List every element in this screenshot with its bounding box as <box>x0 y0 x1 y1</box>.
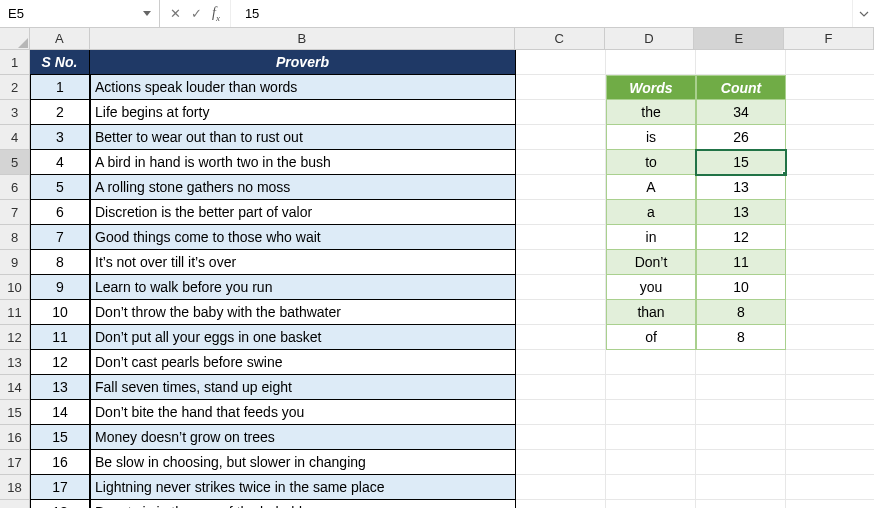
row-header-9[interactable]: 9 <box>0 250 30 275</box>
cell-C16[interactable] <box>516 425 606 450</box>
cell-F7[interactable] <box>786 200 874 225</box>
proverb-cell-5[interactable]: A bird in hand is worth two in the bush <box>90 150 516 175</box>
word-cell-3[interactable]: the <box>606 100 696 125</box>
cell-F9[interactable] <box>786 250 874 275</box>
count-cell-11[interactable]: 8 <box>696 300 786 325</box>
proverb-cell-15[interactable]: Don’t bite the hand that feeds you <box>90 400 516 425</box>
cell-F12[interactable] <box>786 325 874 350</box>
proverb-cell-16[interactable]: Money doesn’t grow on trees <box>90 425 516 450</box>
sno-cell-5[interactable]: 4 <box>30 150 90 175</box>
proverb-cell-14[interactable]: Fall seven times, stand up eight <box>90 375 516 400</box>
row-header-1[interactable]: 1 <box>0 50 30 75</box>
row-header-18[interactable]: 18 <box>0 475 30 500</box>
cells-area[interactable]: S No.Proverb1Actions speak louder than w… <box>30 50 874 508</box>
row-header-11[interactable]: 11 <box>0 300 30 325</box>
row-header-15[interactable]: 15 <box>0 400 30 425</box>
cell-F17[interactable] <box>786 450 874 475</box>
cell-C19[interactable] <box>516 500 606 508</box>
proverb-cell-9[interactable]: It’s not over till it’s over <box>90 250 516 275</box>
cell-F10[interactable] <box>786 275 874 300</box>
cell-C8[interactable] <box>516 225 606 250</box>
sno-cell-16[interactable]: 15 <box>30 425 90 450</box>
count-cell-12[interactable]: 8 <box>696 325 786 350</box>
column-header-B[interactable]: B <box>90 28 515 50</box>
column-header-C[interactable]: C <box>515 28 605 50</box>
word-cell-12[interactable]: of <box>606 325 696 350</box>
cell-E16[interactable] <box>696 425 786 450</box>
row-header-8[interactable]: 8 <box>0 225 30 250</box>
row-header-6[interactable]: 6 <box>0 175 30 200</box>
word-cell-11[interactable]: than <box>606 300 696 325</box>
cell-F15[interactable] <box>786 400 874 425</box>
cell-C17[interactable] <box>516 450 606 475</box>
row-header-12[interactable]: 12 <box>0 325 30 350</box>
enter-icon[interactable]: ✓ <box>191 6 202 21</box>
cell-F19[interactable] <box>786 500 874 508</box>
cell-F13[interactable] <box>786 350 874 375</box>
cell-C5[interactable] <box>516 150 606 175</box>
name-box[interactable]: E5 <box>0 0 160 27</box>
cell-C2[interactable] <box>516 75 606 100</box>
cell-C4[interactable] <box>516 125 606 150</box>
row-header-2[interactable]: 2 <box>0 75 30 100</box>
count-cell-3[interactable]: 34 <box>696 100 786 125</box>
cell-E18[interactable] <box>696 475 786 500</box>
header-count[interactable]: Count <box>696 75 786 100</box>
proverb-cell-17[interactable]: Be slow in choosing, but slower in chang… <box>90 450 516 475</box>
cell-C6[interactable] <box>516 175 606 200</box>
cell-D16[interactable] <box>606 425 696 450</box>
row-header-5[interactable]: 5 <box>0 150 30 175</box>
proverb-cell-3[interactable]: Life begins at forty <box>90 100 516 125</box>
column-header-D[interactable]: D <box>605 28 695 50</box>
cell-D15[interactable] <box>606 400 696 425</box>
cell-D18[interactable] <box>606 475 696 500</box>
select-all-triangle[interactable] <box>0 28 30 50</box>
cell-F4[interactable] <box>786 125 874 150</box>
count-cell-10[interactable]: 10 <box>696 275 786 300</box>
cell-F3[interactable] <box>786 100 874 125</box>
sno-cell-17[interactable]: 16 <box>30 450 90 475</box>
cell-C12[interactable] <box>516 325 606 350</box>
row-header-7[interactable]: 7 <box>0 200 30 225</box>
proverb-cell-18[interactable]: Lightning never strikes twice in the sam… <box>90 475 516 500</box>
sno-cell-6[interactable]: 5 <box>30 175 90 200</box>
sno-cell-10[interactable]: 9 <box>30 275 90 300</box>
cell-C10[interactable] <box>516 275 606 300</box>
proverb-cell-19[interactable]: Beauty is in the eye of the beholder <box>90 500 516 508</box>
count-cell-5[interactable]: 15 <box>696 150 786 175</box>
proverb-cell-8[interactable]: Good things come to those who wait <box>90 225 516 250</box>
row-header-3[interactable]: 3 <box>0 100 30 125</box>
count-cell-9[interactable]: 11 <box>696 250 786 275</box>
cell-F1[interactable] <box>786 50 874 75</box>
word-cell-8[interactable]: in <box>606 225 696 250</box>
header-words[interactable]: Words <box>606 75 696 100</box>
row-header-13[interactable]: 13 <box>0 350 30 375</box>
proverb-cell-7[interactable]: Discretion is the better part of valor <box>90 200 516 225</box>
sno-cell-15[interactable]: 14 <box>30 400 90 425</box>
row-header-4[interactable]: 4 <box>0 125 30 150</box>
cell-C9[interactable] <box>516 250 606 275</box>
cell-D1[interactable] <box>606 50 696 75</box>
cell-E14[interactable] <box>696 375 786 400</box>
cell-E19[interactable] <box>696 500 786 508</box>
sno-cell-9[interactable]: 8 <box>30 250 90 275</box>
cell-F8[interactable] <box>786 225 874 250</box>
row-header-10[interactable]: 10 <box>0 275 30 300</box>
cell-D17[interactable] <box>606 450 696 475</box>
cell-C15[interactable] <box>516 400 606 425</box>
sno-cell-3[interactable]: 2 <box>30 100 90 125</box>
cell-F11[interactable] <box>786 300 874 325</box>
count-cell-8[interactable]: 12 <box>696 225 786 250</box>
column-header-A[interactable]: A <box>30 28 90 50</box>
header-proverb[interactable]: Proverb <box>90 50 516 75</box>
sno-cell-7[interactable]: 6 <box>30 200 90 225</box>
row-header-16[interactable]: 16 <box>0 425 30 450</box>
column-header-F[interactable]: F <box>784 28 874 50</box>
expand-formula-bar-icon[interactable] <box>852 0 874 27</box>
sno-cell-11[interactable]: 10 <box>30 300 90 325</box>
sno-cell-12[interactable]: 11 <box>30 325 90 350</box>
cell-D13[interactable] <box>606 350 696 375</box>
count-cell-4[interactable]: 26 <box>696 125 786 150</box>
sno-cell-14[interactable]: 13 <box>30 375 90 400</box>
cell-F6[interactable] <box>786 175 874 200</box>
